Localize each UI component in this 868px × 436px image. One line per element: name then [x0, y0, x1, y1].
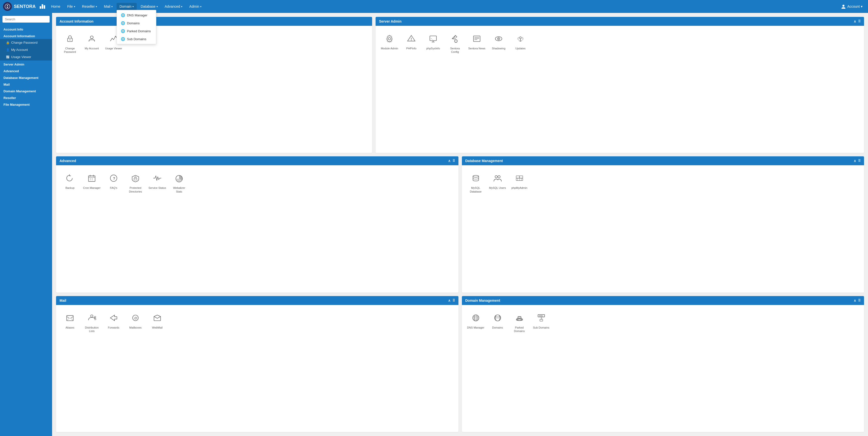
- account-avatar-icon: [841, 4, 846, 9]
- nav-reseller[interactable]: Reseller ▾: [79, 3, 100, 10]
- icon-protected-directories[interactable]: Protected Directories: [126, 170, 145, 195]
- advanced-collapse-icon[interactable]: ∧: [448, 159, 451, 163]
- svg-line-53: [67, 318, 69, 321]
- forwards-icon: [107, 311, 120, 324]
- svg-point-17: [455, 40, 457, 42]
- phpmyadmin-label: phpMyAdmin: [511, 186, 527, 190]
- nav-domain[interactable]: Domain ▾: [117, 3, 137, 10]
- svg-text:>_: >_: [431, 37, 433, 40]
- phpinfo-icon: [405, 32, 418, 45]
- sentora-news-icon: [470, 32, 483, 45]
- sidebar-item-database-management[interactable]: Database Management: [0, 74, 52, 81]
- icon-parked-domains[interactable]: Parked Domains: [509, 309, 529, 335]
- nav-database[interactable]: Database ▾: [138, 3, 161, 10]
- svg-point-4: [90, 36, 93, 39]
- sentora-news-label: Sentora News: [468, 46, 485, 50]
- nav-home[interactable]: Home: [48, 3, 63, 10]
- icon-module-admin[interactable]: Module Admin: [379, 30, 399, 56]
- icon-forwards[interactable]: Forwards: [104, 309, 124, 335]
- icon-backup[interactable]: Backup: [60, 170, 80, 195]
- nav-file[interactable]: File ▾: [64, 3, 78, 10]
- sidebar-item-file-management[interactable]: File Management: [0, 101, 52, 107]
- icon-sentora-config[interactable]: Sentora Config: [445, 30, 465, 56]
- logo[interactable]: SENTORA: [3, 2, 36, 11]
- panel-domain-management: Domain Management ∧ ⠿ DNS Manager: [462, 296, 864, 432]
- nav-admin[interactable]: Admin ▾: [186, 3, 205, 10]
- panels-row-1: Account Information Change Password My A…: [56, 17, 864, 153]
- domain-management-grid-icon[interactable]: ⠿: [858, 299, 861, 303]
- panel-mail-title: Mail: [60, 299, 66, 303]
- icon-mysql-users[interactable]: MySQL Users: [488, 170, 507, 195]
- svg-point-55: [91, 315, 93, 317]
- reseller-caret: ▾: [96, 5, 97, 8]
- database-management-collapse-icon[interactable]: ∧: [854, 159, 856, 163]
- dropdown-sub-domains[interactable]: 🌐 Sub Domains: [117, 35, 156, 43]
- icon-change-password[interactable]: Change Password: [60, 30, 80, 56]
- search-input[interactable]: [2, 16, 50, 23]
- database-management-grid-icon[interactable]: ⠿: [858, 159, 861, 163]
- svg-point-41: [473, 176, 478, 178]
- sidebar: Account Info Account Information 🔒 Chang…: [0, 13, 52, 436]
- sidebar-item-change-password[interactable]: 🔒 Change Password: [0, 39, 52, 46]
- icon-webalizer-stats[interactable]: Webalizer Stats: [169, 170, 189, 195]
- file-caret: ▾: [74, 5, 75, 8]
- svg-rect-44: [516, 176, 519, 179]
- nav-advanced[interactable]: Advanced ▾: [162, 3, 185, 10]
- icon-phpmyadmin[interactable]: phpMyAdmin: [509, 170, 529, 195]
- panel-server-admin-title: Server Admin: [379, 19, 402, 23]
- icon-shadowing[interactable]: Shadowing: [489, 30, 508, 56]
- service-status-label: Service Status: [149, 186, 166, 190]
- icon-cron-manager[interactable]: Cron Manager: [82, 170, 102, 195]
- sidebar-item-reseller[interactable]: Reseller: [0, 94, 52, 101]
- icon-domains[interactable]: Domains: [488, 309, 507, 335]
- icon-mailboxes[interactable]: @ Mailboxes: [126, 309, 145, 335]
- sidebar-item-account-info[interactable]: Account Info: [0, 26, 52, 32]
- advanced-caret: ▾: [181, 5, 182, 8]
- panel-account-information: Account Information Change Password My A…: [56, 17, 372, 153]
- nav-account[interactable]: Account ▾: [838, 2, 865, 11]
- svg-point-27: [520, 37, 522, 39]
- icon-sentora-news[interactable]: Sentora News: [467, 30, 487, 56]
- mail-collapse-icon[interactable]: ∧: [448, 299, 451, 303]
- icon-updates[interactable]: Updates: [510, 30, 530, 56]
- icon-webmail[interactable]: WebMail: [147, 309, 167, 335]
- svg-point-42: [495, 176, 497, 178]
- panel-mail: Mail ∧ ⠿ Aliases: [56, 296, 459, 432]
- lock-icon: 🔒: [6, 41, 10, 44]
- phpsysinfo-icon: >_: [427, 32, 440, 45]
- sidebar-item-domain-management[interactable]: Domain Management: [0, 87, 52, 94]
- icon-sub-domains[interactable]: www. Sub Domains: [531, 309, 551, 335]
- svg-point-1: [842, 5, 844, 7]
- dropdown-dns-manager[interactable]: 🌐 DNS Manager: [117, 11, 156, 19]
- advanced-grid-icon[interactable]: ⠿: [453, 159, 455, 163]
- domains-icon: 🌐: [121, 21, 125, 25]
- database-caret: ▾: [157, 5, 158, 8]
- dropdown-domains[interactable]: 🌐 Domains: [117, 19, 156, 27]
- phpsysinfo-label: phpSysInfo: [427, 46, 440, 50]
- domain-management-collapse-icon[interactable]: ∧: [854, 299, 856, 303]
- icon-my-account[interactable]: My Account: [82, 30, 102, 56]
- sidebar-item-account-information[interactable]: Account Information: [0, 32, 52, 39]
- icon-mysql-database[interactable]: MySQL Database: [466, 170, 486, 195]
- mail-grid-icon[interactable]: ⠿: [453, 299, 455, 303]
- person-icon: 👤: [6, 48, 10, 52]
- svg-point-8: [388, 37, 391, 40]
- icon-phpinfo[interactable]: PHPInfo: [401, 30, 421, 56]
- icon-aliases[interactable]: Aliases: [60, 309, 80, 335]
- icon-phpsysinfo[interactable]: >_ phpSysInfo: [423, 30, 443, 56]
- sidebar-item-mail[interactable]: Mail: [0, 81, 52, 87]
- icon-service-status[interactable]: Service Status: [147, 170, 167, 195]
- sidebar-item-usage-viewer[interactable]: 🔄 Usage Viewer: [0, 53, 52, 61]
- server-admin-grid-icon[interactable]: ⠿: [858, 19, 861, 23]
- server-admin-controls: ∧ ⠿: [854, 19, 861, 23]
- icon-faqs[interactable]: ? FAQ's: [104, 170, 124, 195]
- sidebar-item-advanced[interactable]: Advanced: [0, 67, 52, 74]
- webmail-label: WebMail: [152, 326, 163, 329]
- nav-mail[interactable]: Mail ▾: [101, 3, 116, 10]
- dropdown-parked-domains[interactable]: 🌐 Parked Domains: [117, 27, 156, 35]
- server-admin-collapse-icon[interactable]: ∧: [854, 19, 856, 23]
- icon-distribution-lists[interactable]: Distribution Lists: [82, 309, 102, 335]
- icon-dns-manager[interactable]: DNS Manager: [466, 309, 486, 335]
- sidebar-item-my-account[interactable]: 👤 My Account: [0, 46, 52, 53]
- sidebar-item-server-admin[interactable]: Server Admin: [0, 61, 52, 67]
